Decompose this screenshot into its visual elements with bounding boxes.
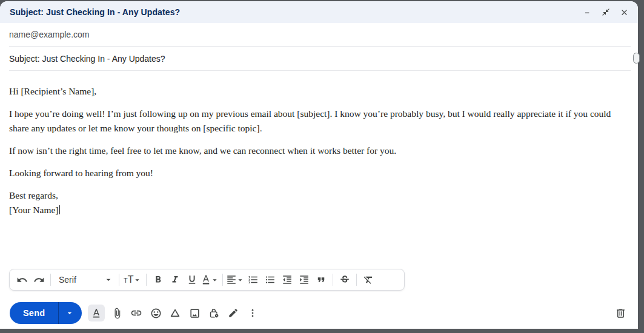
- more-options-button[interactable]: [243, 303, 262, 323]
- chevron-down-icon: [133, 275, 142, 285]
- trash-icon: [615, 308, 626, 319]
- close-button[interactable]: [617, 5, 631, 19]
- send-button[interactable]: Send: [10, 302, 58, 324]
- bold-button[interactable]: [150, 271, 167, 288]
- body-signature: Best regards, [Your Name]: [9, 188, 627, 217]
- signature-line: Best regards,: [9, 190, 58, 200]
- undo-button[interactable]: [13, 271, 30, 288]
- font-family-value: Serif: [59, 275, 76, 285]
- scrollbar-handle[interactable]: [633, 53, 640, 64]
- indent-less-icon: [282, 274, 293, 285]
- insert-signature-button[interactable]: [224, 303, 243, 323]
- strikethrough-icon: [339, 274, 350, 285]
- more-vert-icon: [247, 308, 258, 318]
- drive-icon: [169, 307, 181, 319]
- insert-from-drive-button[interactable]: [165, 303, 185, 323]
- toolbar-divider: [222, 274, 223, 286]
- body-paragraph: Hi [Recipient’s Name],: [9, 84, 627, 99]
- redo-icon: [33, 274, 45, 286]
- indent-more-button[interactable]: [296, 271, 313, 288]
- numbered-list-icon: [248, 274, 259, 285]
- exit-fullscreen-button[interactable]: [599, 5, 612, 19]
- subject-field[interactable]: Subject: Just Checking In - Any Updates?: [9, 47, 631, 71]
- subject-row: Subject: Just Checking In - Any Updates?: [0, 47, 638, 71]
- font-size-button[interactable]: TT: [122, 271, 143, 288]
- toolbar-divider: [356, 274, 357, 286]
- compose-action-icons: [88, 303, 262, 323]
- underline-icon: [187, 274, 198, 285]
- text-color-button[interactable]: [201, 271, 219, 288]
- minimize-button[interactable]: [581, 5, 594, 19]
- insert-link-button[interactable]: [127, 303, 146, 323]
- link-icon: [130, 307, 142, 319]
- send-toolbar: Send: [10, 302, 631, 325]
- confidential-mode-button[interactable]: [204, 303, 224, 323]
- formatting-options-button[interactable]: [88, 305, 105, 321]
- compose-title: Subject: Just Checking In - Any Updates?: [10, 7, 180, 17]
- italic-icon: [170, 274, 181, 285]
- underline-button[interactable]: [184, 271, 201, 288]
- undo-icon: [16, 274, 28, 286]
- recipient-row: name@example.com: [0, 23, 638, 47]
- chevron-down-icon: [236, 275, 245, 285]
- attach-file-button[interactable]: [107, 303, 127, 323]
- redo-button[interactable]: [30, 271, 47, 288]
- body-paragraph: Looking forward to hearing from you!: [9, 166, 627, 180]
- numbered-list-button[interactable]: [245, 271, 262, 288]
- window-controls: [581, 5, 631, 19]
- body-paragraph: If now isn’t the right time, feel free t…: [9, 143, 627, 158]
- message-body-editor[interactable]: Hi [Recipient’s Name], I hope you’re doi…: [0, 71, 638, 217]
- italic-button[interactable]: [167, 271, 184, 288]
- font-family-select[interactable]: Serif: [54, 271, 116, 288]
- insert-photo-button[interactable]: [185, 303, 204, 323]
- chevron-down-icon: [210, 275, 219, 285]
- bulleted-list-icon: [265, 274, 276, 285]
- text-cursor: [59, 205, 61, 214]
- pen-icon: [228, 308, 239, 318]
- discard-draft-button[interactable]: [610, 303, 631, 323]
- toolbar-divider: [50, 274, 51, 286]
- bulleted-list-button[interactable]: [262, 271, 279, 288]
- chevron-down-icon: [104, 275, 113, 285]
- send-button-group: Send: [10, 302, 82, 324]
- compose-titlebar[interactable]: Subject: Just Checking In - Any Updates?: [0, 1, 638, 23]
- strikethrough-button[interactable]: [336, 271, 353, 288]
- body-paragraph: I hope you’re doing well! I’m just follo…: [9, 107, 627, 136]
- chevron-down-icon: [65, 308, 75, 318]
- quote-button[interactable]: [313, 271, 330, 288]
- close-icon: [620, 8, 629, 17]
- quote-icon: [316, 274, 327, 285]
- lock-clock-icon: [208, 308, 220, 319]
- image-icon: [189, 308, 201, 319]
- insert-emoji-button[interactable]: [146, 303, 165, 323]
- exit-fullscreen-icon: [602, 8, 610, 16]
- recipient-field[interactable]: name@example.com: [9, 23, 631, 47]
- paperclip-icon: [111, 308, 123, 319]
- indent-less-button[interactable]: [279, 271, 296, 288]
- remove-formatting-icon: [363, 274, 374, 285]
- toolbar-divider: [119, 274, 119, 286]
- compose-window: Subject: Just Checking In - Any Updates?…: [0, 1, 638, 329]
- formatting-options-icon: [91, 308, 102, 318]
- bold-icon: [153, 274, 164, 285]
- minimize-icon: [583, 8, 592, 16]
- indent-more-icon: [299, 274, 310, 285]
- recipient-value: name@example.com: [9, 30, 90, 39]
- send-label: Send: [23, 308, 45, 318]
- signature-line: [Your Name]: [9, 205, 59, 215]
- send-options-button[interactable]: [59, 302, 82, 324]
- toolbar-divider: [146, 274, 147, 286]
- formatting-toolbar: Serif TT: [9, 269, 405, 291]
- toolbar-divider: [333, 274, 333, 286]
- subject-value: Subject: Just Checking In - Any Updates?: [9, 54, 165, 64]
- align-button[interactable]: [226, 271, 245, 288]
- remove-formatting-button[interactable]: [360, 271, 377, 288]
- emoji-icon: [150, 308, 162, 319]
